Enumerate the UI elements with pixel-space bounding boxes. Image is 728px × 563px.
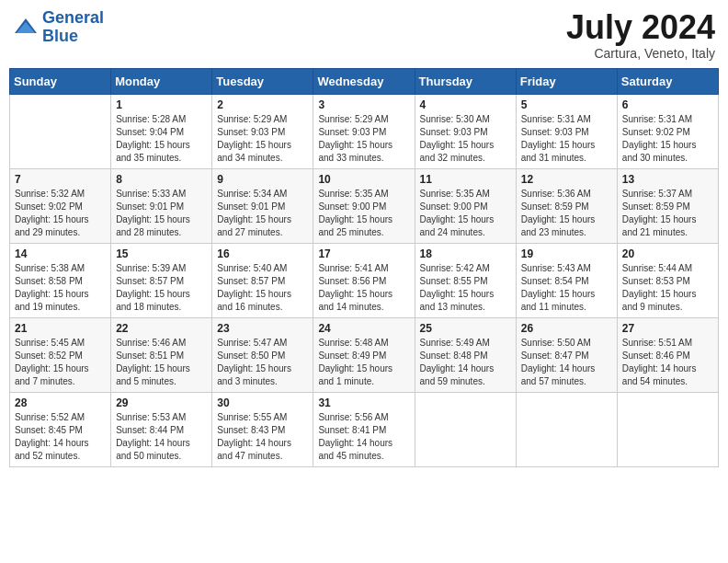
calendar-cell: 3Sunrise: 5:29 AM Sunset: 9:03 PM Daylig… [313,94,415,168]
weekday-header: Monday [111,68,212,94]
day-info: Sunrise: 5:31 AM Sunset: 9:02 PM Dayligh… [622,113,713,165]
calendar-cell: 15Sunrise: 5:39 AM Sunset: 8:57 PM Dayli… [111,243,212,317]
weekday-header: Tuesday [212,68,313,94]
calendar-cell: 5Sunrise: 5:31 AM Sunset: 9:03 PM Daylig… [516,94,617,168]
weekday-header: Wednesday [313,68,415,94]
calendar-cell: 23Sunrise: 5:47 AM Sunset: 8:50 PM Dayli… [212,317,313,392]
calendar-cell: 16Sunrise: 5:40 AM Sunset: 8:57 PM Dayli… [212,243,313,317]
day-number: 9 [217,173,308,186]
day-info: Sunrise: 5:43 AM Sunset: 8:54 PM Dayligh… [521,262,612,314]
calendar-cell: 30Sunrise: 5:55 AM Sunset: 8:43 PM Dayli… [212,392,313,466]
weekday-header: Sunday [10,68,111,94]
calendar-cell: 28Sunrise: 5:52 AM Sunset: 8:45 PM Dayli… [10,392,111,466]
calendar-cell: 22Sunrise: 5:46 AM Sunset: 8:51 PM Dayli… [111,317,212,392]
day-info: Sunrise: 5:45 AM Sunset: 8:52 PM Dayligh… [15,337,106,388]
calendar-cell [10,94,111,168]
calendar-cell: 17Sunrise: 5:41 AM Sunset: 8:56 PM Dayli… [313,243,415,317]
day-info: Sunrise: 5:36 AM Sunset: 8:59 PM Dayligh… [521,188,612,239]
day-number: 28 [15,396,106,409]
weekday-header: Friday [516,68,617,94]
day-number: 5 [521,98,612,111]
day-number: 31 [318,396,409,409]
calendar-cell: 14Sunrise: 5:38 AM Sunset: 8:58 PM Dayli… [10,243,111,317]
day-number: 30 [217,396,308,409]
calendar-cell: 31Sunrise: 5:56 AM Sunset: 8:41 PM Dayli… [313,392,415,466]
day-number: 11 [420,173,511,186]
calendar-cell: 10Sunrise: 5:35 AM Sunset: 9:00 PM Dayli… [313,168,415,243]
calendar-cell: 19Sunrise: 5:43 AM Sunset: 8:54 PM Dayli… [516,243,617,317]
day-number: 15 [116,247,207,260]
day-number: 6 [622,98,713,111]
calendar-cell: 18Sunrise: 5:42 AM Sunset: 8:55 PM Dayli… [415,243,516,317]
day-info: Sunrise: 5:35 AM Sunset: 9:00 PM Dayligh… [318,188,409,239]
calendar-cell [415,392,516,466]
weekday-header: Saturday [617,68,718,94]
day-info: Sunrise: 5:40 AM Sunset: 8:57 PM Dayligh… [217,262,308,314]
day-info: Sunrise: 5:38 AM Sunset: 8:58 PM Dayligh… [15,262,106,314]
day-number: 19 [521,247,612,260]
day-number: 12 [521,173,612,186]
day-number: 21 [15,322,106,335]
day-number: 26 [521,322,612,335]
day-info: Sunrise: 5:37 AM Sunset: 8:59 PM Dayligh… [622,188,713,239]
day-info: Sunrise: 5:28 AM Sunset: 9:04 PM Dayligh… [116,113,207,165]
calendar-cell: 26Sunrise: 5:50 AM Sunset: 8:47 PM Dayli… [516,317,617,392]
calendar-cell: 11Sunrise: 5:35 AM Sunset: 9:00 PM Dayli… [415,168,516,243]
day-number: 23 [217,322,308,335]
calendar-week-row: 28Sunrise: 5:52 AM Sunset: 8:45 PM Dayli… [10,392,719,466]
calendar-cell: 13Sunrise: 5:37 AM Sunset: 8:59 PM Dayli… [617,168,718,243]
calendar-week-row: 14Sunrise: 5:38 AM Sunset: 8:58 PM Dayli… [10,243,719,317]
day-number: 4 [420,98,511,111]
day-info: Sunrise: 5:35 AM Sunset: 9:00 PM Dayligh… [420,188,511,239]
day-number: 27 [622,322,713,335]
month-title: July 2024 [566,9,715,46]
day-info: Sunrise: 5:29 AM Sunset: 9:03 PM Dayligh… [217,113,308,165]
page-header: General Blue July 2024 Cartura, Veneto, … [9,9,719,61]
day-info: Sunrise: 5:49 AM Sunset: 8:48 PM Dayligh… [420,337,511,388]
day-info: Sunrise: 5:48 AM Sunset: 8:49 PM Dayligh… [318,337,409,388]
logo-line2: Blue [42,27,78,45]
title-block: July 2024 Cartura, Veneto, Italy [566,9,715,61]
day-info: Sunrise: 5:50 AM Sunset: 8:47 PM Dayligh… [521,337,612,388]
calendar-cell [617,392,718,466]
day-info: Sunrise: 5:46 AM Sunset: 8:51 PM Dayligh… [116,337,207,388]
day-info: Sunrise: 5:47 AM Sunset: 8:50 PM Dayligh… [217,337,308,388]
day-info: Sunrise: 5:53 AM Sunset: 8:44 PM Dayligh… [116,411,207,463]
day-info: Sunrise: 5:39 AM Sunset: 8:57 PM Dayligh… [116,262,207,314]
logo-text: General Blue [42,9,104,46]
calendar-week-row: 7Sunrise: 5:32 AM Sunset: 9:02 PM Daylig… [10,168,719,243]
calendar-week-row: 1Sunrise: 5:28 AM Sunset: 9:04 PM Daylig… [10,94,719,168]
day-number: 3 [318,98,409,111]
day-number: 14 [15,247,106,260]
day-info: Sunrise: 5:56 AM Sunset: 8:41 PM Dayligh… [318,411,409,463]
day-number: 22 [116,322,207,335]
calendar-cell: 29Sunrise: 5:53 AM Sunset: 8:44 PM Dayli… [111,392,212,466]
day-number: 29 [116,396,207,409]
calendar-cell: 27Sunrise: 5:51 AM Sunset: 8:46 PM Dayli… [617,317,718,392]
logo: General Blue [13,9,104,46]
day-info: Sunrise: 5:29 AM Sunset: 9:03 PM Dayligh… [318,113,409,165]
calendar-cell: 12Sunrise: 5:36 AM Sunset: 8:59 PM Dayli… [516,168,617,243]
calendar-cell [516,392,617,466]
day-info: Sunrise: 5:30 AM Sunset: 9:03 PM Dayligh… [420,113,511,165]
calendar-cell: 25Sunrise: 5:49 AM Sunset: 8:48 PM Dayli… [415,317,516,392]
day-number: 24 [318,322,409,335]
calendar-header-row: SundayMondayTuesdayWednesdayThursdayFrid… [10,68,719,94]
day-number: 10 [318,173,409,186]
day-number: 17 [318,247,409,260]
calendar-cell: 6Sunrise: 5:31 AM Sunset: 9:02 PM Daylig… [617,94,718,168]
calendar-cell: 24Sunrise: 5:48 AM Sunset: 8:49 PM Dayli… [313,317,415,392]
calendar-cell: 9Sunrise: 5:34 AM Sunset: 9:01 PM Daylig… [212,168,313,243]
logo-icon [13,15,39,40]
day-number: 18 [420,247,511,260]
calendar-cell: 21Sunrise: 5:45 AM Sunset: 8:52 PM Dayli… [10,317,111,392]
day-number: 7 [15,173,106,186]
day-number: 1 [116,98,207,111]
day-info: Sunrise: 5:52 AM Sunset: 8:45 PM Dayligh… [15,411,106,463]
calendar-cell: 7Sunrise: 5:32 AM Sunset: 9:02 PM Daylig… [10,168,111,243]
day-number: 20 [622,247,713,260]
day-info: Sunrise: 5:41 AM Sunset: 8:56 PM Dayligh… [318,262,409,314]
day-info: Sunrise: 5:32 AM Sunset: 9:02 PM Dayligh… [15,188,106,239]
calendar-week-row: 21Sunrise: 5:45 AM Sunset: 8:52 PM Dayli… [10,317,719,392]
location-subtitle: Cartura, Veneto, Italy [566,46,715,61]
